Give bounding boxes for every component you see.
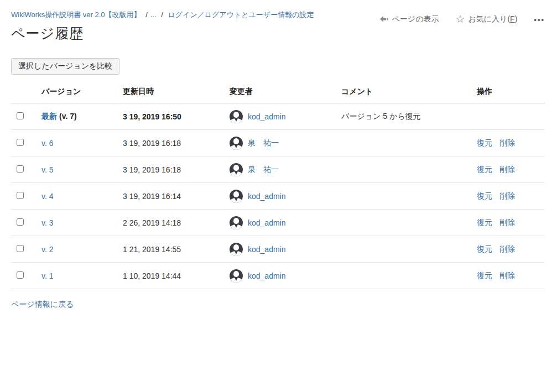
restore-link[interactable]: 復元 [477,244,492,253]
user-avatar-icon [230,110,243,123]
more-menu-button[interactable]: ••• [534,15,545,24]
ellipsis-icon: ••• [534,15,545,24]
user-link[interactable]: 泉 祐一 [248,138,279,148]
version-link[interactable]: v. 2 [41,245,54,254]
breadcrumb-space-link[interactable]: WikiWorks操作説明書 ver 2.0【改版用】 [11,11,141,19]
back-arrow-icon [379,16,388,23]
breadcrumb-ellipsis-link[interactable]: ... [150,11,157,19]
back-to-page-info-link[interactable]: ページ情報に戻る [11,300,74,310]
version-link[interactable]: v. 4 [41,192,54,201]
top-bar: WikiWorks操作説明書 ver 2.0【改版用】 /... / ログイン／… [11,10,545,43]
user-link[interactable]: kod_admin [248,271,286,280]
user-avatar-icon [230,216,243,229]
version-select-checkbox[interactable] [17,112,24,119]
update-datetime: 3 19, 2019 16:50 [123,103,230,130]
restore-link[interactable]: 復元 [477,271,492,280]
page-title: ページ履歴 [11,24,314,43]
star-icon: ☆ [455,15,465,23]
user-link[interactable]: 泉 祐一 [248,165,279,175]
user-link[interactable]: kod_admin [248,112,286,121]
table-row-v5: v. 5 3 19, 2019 16:18 泉 祐一 復元削除 [11,156,545,183]
version-select-checkbox[interactable] [17,218,24,226]
breadcrumb-separator: / [145,11,148,19]
user-avatar-icon [230,243,243,256]
version-link[interactable]: v. 1 [41,271,54,280]
column-header-operations: 操作 [477,83,545,103]
delete-link[interactable]: 削除 [499,165,515,174]
update-datetime: 1 10, 2019 14:44 [123,263,230,289]
version-select-checkbox[interactable] [17,165,24,173]
user-avatar-icon [230,269,243,283]
version-select-checkbox[interactable] [17,192,24,199]
breadcrumb-parent-link[interactable]: ログイン／ログアウトとユーザー情報の設定 [168,11,314,19]
table-header: バージョン 更新日時 変更者 コメント 操作 [11,83,545,103]
update-datetime: 2 26, 2019 14:18 [123,210,230,236]
column-header-changed-by: 変更者 [230,83,341,103]
version-comment [341,236,477,263]
operations-cell: 復元削除 [477,210,545,236]
top-actions: ページの表示 ☆ お気に入り(F) ••• [379,14,545,24]
update-datetime: 3 19, 2019 16:14 [123,183,230,210]
version-link[interactable]: v. 6 [41,139,54,148]
column-header-version: バージョン [41,83,123,103]
breadcrumb: WikiWorks操作説明書 ver 2.0【改版用】 /... / ログイン／… [11,10,314,20]
page-history-view: WikiWorks操作説明書 ver 2.0【改版用】 /... / ログイン／… [0,0,557,310]
delete-link[interactable]: 削除 [499,191,515,200]
version-comment [341,183,477,210]
user-link[interactable]: kod_admin [248,245,286,254]
operations-cell: 復元削除 [477,183,545,210]
delete-link[interactable]: 削除 [499,244,515,253]
favourite-button[interactable]: ☆ お気に入り(F) [455,14,517,24]
user-avatar-icon [230,190,243,203]
version-link[interactable]: v. 5 [41,165,54,174]
table-row-v3: v. 3 2 26, 2019 14:18 kod_admin 復元削除 [11,210,545,236]
restore-link[interactable]: 復元 [477,165,492,174]
column-header-date: 更新日時 [123,83,230,103]
update-datetime: 1 21, 2019 14:55 [123,236,230,263]
update-datetime: 3 19, 2019 16:18 [123,156,230,183]
version-select-checkbox[interactable] [17,271,24,279]
header-left: WikiWorks操作説明書 ver 2.0【改版用】 /... / ログイン／… [11,10,314,43]
view-page-button[interactable]: ページの表示 [379,14,439,24]
restore-link[interactable]: 復元 [477,191,492,200]
table-row-v2: v. 2 1 21, 2019 14:55 kod_admin 復元削除 [11,236,545,263]
operations-cell [477,103,545,130]
delete-link[interactable]: 削除 [499,218,515,227]
version-link[interactable]: 最新 [41,112,57,121]
version-comment: バージョン 5 から復元 [341,103,477,130]
user-avatar-icon [230,137,243,150]
version-select-checkbox[interactable] [17,139,24,146]
restore-link[interactable]: 復元 [477,218,492,227]
table-row-v7: 最新(v. 7) 3 19, 2019 16:50 kod_admin バージョ… [11,103,545,130]
table-row-v4: v. 4 3 19, 2019 16:14 kod_admin 復元削除 [11,183,545,210]
view-page-label: ページの表示 [392,14,439,24]
version-number-note: (v. 7) [59,112,77,121]
operations-cell: 復元削除 [477,236,545,263]
version-comment [341,263,477,289]
user-link[interactable]: kod_admin [248,192,286,201]
version-select-checkbox[interactable] [17,245,24,252]
delete-link[interactable]: 削除 [499,138,515,147]
operations-cell: 復元削除 [477,130,545,156]
user-avatar-icon [230,163,243,176]
version-link[interactable]: v. 3 [41,218,54,227]
update-datetime: 3 19, 2019 16:18 [123,130,230,156]
operations-cell: 復元削除 [477,156,545,183]
page-history-table: バージョン 更新日時 変更者 コメント 操作 最新(v. 7) 3 19, 20… [11,83,545,289]
breadcrumb-separator: / [161,11,163,19]
table-row-v1: v. 1 1 10, 2019 14:44 kod_admin 復元削除 [11,263,545,289]
favourite-label: お気に入り(F) [468,14,517,24]
operations-cell: 復元削除 [477,263,545,289]
version-comment [341,130,477,156]
restore-link[interactable]: 復元 [477,138,492,147]
version-comment [341,210,477,236]
version-comment [341,156,477,183]
compare-versions-button[interactable]: 選択したバージョンを比較 [11,58,119,75]
column-header-comment: コメント [341,83,477,103]
delete-link[interactable]: 削除 [499,271,515,280]
user-link[interactable]: kod_admin [248,218,286,227]
column-header-checkbox [11,83,41,103]
table-row-v6: v. 6 3 19, 2019 16:18 泉 祐一 復元削除 [11,130,545,156]
